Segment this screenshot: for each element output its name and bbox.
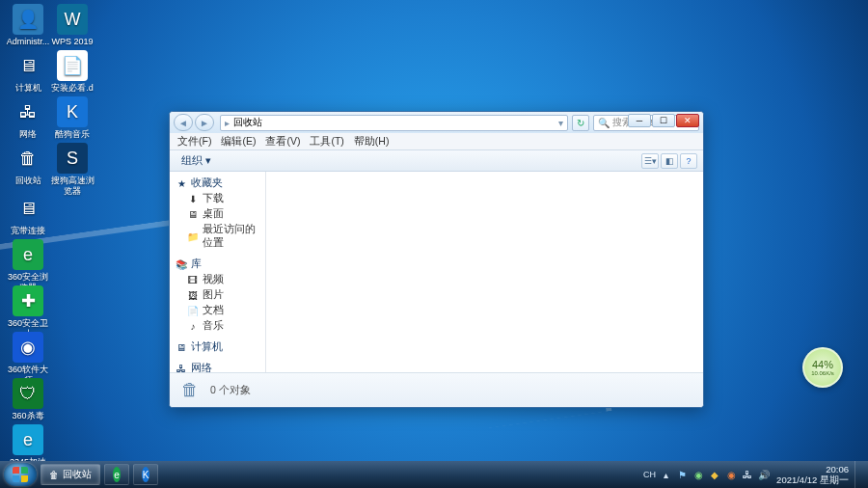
minimize-button[interactable]: ─ (628, 114, 651, 127)
badge-speed: 10.06K/s (811, 370, 834, 376)
sidebar-item[interactable]: 🖥桌面 (170, 206, 265, 222)
action-center-icon[interactable]: ⚑ (675, 468, 689, 481)
sidebar-item[interactable]: 📁最近访问的位置 (170, 222, 265, 251)
menu-item[interactable]: 编辑(E) (217, 134, 259, 149)
sidebar-item[interactable]: 🎞视频 (170, 272, 265, 287)
menu-bar: 文件(F)编辑(E)查看(V)工具(T)帮助(H) (170, 133, 703, 150)
menu-item[interactable]: 查看(V) (261, 134, 304, 149)
sidebar-group[interactable]: 📚库 (170, 257, 265, 272)
breadcrumb-arrow-icon: ▸ (225, 118, 230, 128)
taskbar: 🗑 回收站 eK CH ▴ ⚑ ◉ ◆ ◉ 🖧 🔊 20:06 2021/4/1… (0, 461, 868, 488)
sidebar-item[interactable]: 📄文档 (170, 303, 265, 318)
sidebar-item[interactable]: 🖼图片 (170, 287, 265, 303)
sidebar-item[interactable]: ⬇下载 (170, 191, 265, 206)
tray-icon[interactable]: ◆ (708, 468, 721, 481)
forward-button[interactable]: ► (195, 114, 214, 131)
sidebar-group[interactable]: 🖧网络 (170, 361, 265, 372)
view-options-button[interactable]: ☰▾ (641, 153, 659, 169)
explorer-window: ─ ☐ ✕ ◄ ► ▸ 回收站 ▾ ↻ 🔍 搜索 回收站 文件(F)编辑(E)查… (169, 111, 704, 408)
recycle-bin-icon: 🗑 (49, 470, 59, 480)
desktop-icon[interactable]: 🖥宽带连接 (6, 193, 50, 236)
tray-chevron-icon[interactable]: ▴ (659, 468, 672, 481)
sidebar-group[interactable]: ★收藏夹 (170, 176, 265, 191)
refresh-button[interactable]: ↻ (572, 115, 589, 131)
taskbar-clock[interactable]: 20:06 2021/4/12 星期一 (773, 464, 853, 485)
menu-item[interactable]: 文件(F) (174, 134, 215, 149)
badge-percent: 44% (812, 359, 833, 370)
show-desktop-button[interactable] (854, 461, 864, 488)
recycle-bin-icon: 🗑 (177, 378, 203, 403)
taskbar-pinned-app[interactable]: e (104, 464, 129, 485)
desktop-icon[interactable]: WWPS 2019 (50, 4, 95, 47)
sidebar: ★收藏夹⬇下载🖥桌面📁最近访问的位置📚库🎞视频🖼图片📄文档♪音乐🖥计算机🖧网络 (170, 172, 266, 372)
status-text: 0 个对象 (210, 384, 251, 397)
network-icon[interactable]: 🖧 (741, 468, 754, 481)
desktop-icon[interactable]: 🗑回收站 (6, 143, 50, 186)
language-indicator[interactable]: CH (643, 470, 656, 479)
taskbar-pinned-app[interactable]: K (133, 464, 158, 485)
organize-button[interactable]: 组织 ▾ (176, 152, 217, 170)
back-button[interactable]: ◄ (174, 114, 193, 131)
content-pane[interactable] (266, 172, 703, 372)
address-dropdown-icon[interactable]: ▾ (558, 118, 563, 128)
desktop-icon[interactable]: 🖧网络 (6, 96, 50, 140)
volume-icon[interactable]: 🔊 (757, 468, 771, 481)
breadcrumb: 回收站 (233, 116, 262, 129)
accelerator-badge[interactable]: 44% 10.06K/s (802, 347, 843, 388)
sidebar-group[interactable]: 🖥计算机 (170, 339, 265, 355)
menu-item[interactable]: 帮助(H) (350, 134, 393, 149)
menu-item[interactable]: 工具(T) (306, 134, 347, 149)
maximize-button[interactable]: ☐ (652, 114, 675, 127)
sidebar-item[interactable]: ♪音乐 (170, 318, 265, 334)
status-bar: 🗑 0 个对象 (170, 372, 703, 407)
system-tray: CH ▴ ⚑ ◉ ◆ ◉ 🖧 🔊 (643, 468, 773, 481)
tray-icon[interactable]: ◉ (692, 468, 705, 481)
toolbar: 组织 ▾ ☰▾ ◧ ? (170, 150, 703, 172)
address-bar[interactable]: ▸ 回收站 ▾ (220, 115, 568, 131)
desktop-icon[interactable]: 🖥计算机 (6, 50, 50, 94)
desktop-icon[interactable]: 👤Administr... (6, 4, 50, 47)
close-button[interactable]: ✕ (676, 114, 699, 127)
windows-logo-icon (13, 467, 28, 482)
start-button[interactable] (4, 463, 37, 486)
desktop-icon[interactable]: K酷狗音乐 (50, 96, 95, 140)
help-button[interactable]: ? (680, 153, 697, 169)
desktop-icon[interactable]: 🛡360杀毒 (6, 378, 50, 421)
taskbar-app-recycle-bin[interactable]: 🗑 回收站 (41, 464, 100, 485)
desktop-icon[interactable]: S搜狗高速浏览器 (50, 143, 95, 197)
tray-icon[interactable]: ◉ (724, 468, 738, 481)
search-icon: 🔍 (598, 118, 610, 128)
preview-pane-button[interactable]: ◧ (661, 153, 678, 169)
